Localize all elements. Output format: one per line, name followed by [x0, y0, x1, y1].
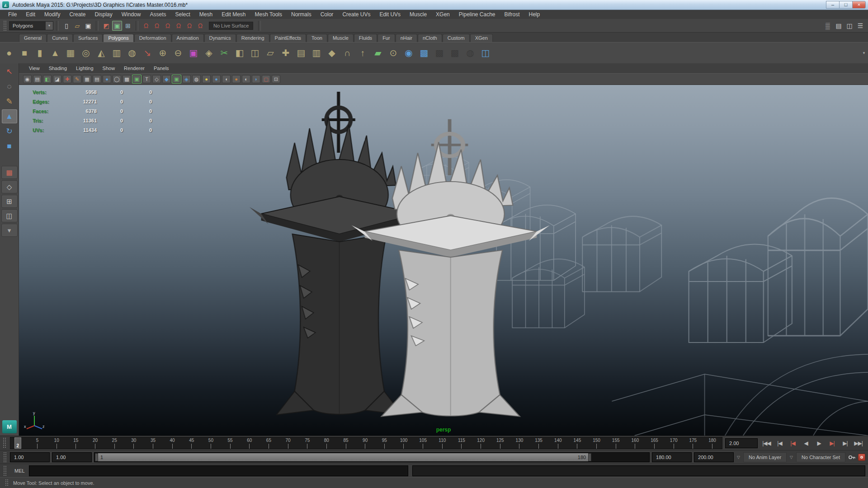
menu-item[interactable]: Modify — [40, 11, 65, 18]
uv-snapshot-icon[interactable]: ◫ — [478, 45, 493, 61]
menu-item[interactable]: Edit — [21, 11, 40, 18]
statusline-grip[interactable] — [3, 20, 7, 31]
insert-edge-loop-icon[interactable]: ▤ — [294, 45, 308, 61]
shelf-tab[interactable]: PaintEffects — [270, 34, 307, 42]
shelf-menu-icon[interactable]: ▾ — [860, 51, 868, 55]
character-set-dropdown-icon[interactable]: ▽ — [789, 455, 794, 460]
panel-menu-item[interactable]: Lighting — [71, 66, 98, 71]
gate-mask-icon[interactable]: ◯ — [113, 75, 121, 83]
shelf-tab[interactable]: Deformation — [134, 34, 171, 42]
set-key-icon[interactable] — [848, 453, 856, 461]
split-mesh-icon[interactable]: ◧ — [232, 45, 247, 61]
panel-menu-item[interactable]: Renderer — [119, 66, 149, 71]
command-language-label[interactable]: MEL — [14, 468, 25, 474]
range-start-handle[interactable] — [95, 453, 98, 461]
target-weld-icon[interactable]: ⊙ — [386, 45, 401, 61]
snap-to-projected-center-icon[interactable]: Ω — [174, 21, 184, 31]
playback-start-field[interactable]: 1.00 — [52, 452, 92, 462]
mel-command-input[interactable] — [29, 465, 409, 476]
menu-item[interactable]: Bifrost — [500, 11, 524, 18]
panel-menu-item[interactable]: Panels — [149, 66, 174, 71]
uv-checker-icon[interactable]: ▩ — [432, 45, 447, 61]
bookmarks-icon[interactable]: ◧ — [43, 75, 52, 83]
menu-item[interactable]: Pipeline Cache — [454, 11, 500, 18]
grease-pencil-icon[interactable]: ✎ — [73, 75, 81, 83]
menu-item[interactable]: Window — [117, 11, 146, 18]
menu-item[interactable]: Help — [524, 11, 545, 18]
resolution-gate-icon[interactable]: ● — [103, 75, 111, 83]
live-surface-field[interactable]: No Live Surface — [209, 22, 253, 30]
minimize-button[interactable]: – — [826, 1, 840, 9]
four-pane-layout-button[interactable]: ⊞ — [1, 195, 18, 208]
poly-cylinder-icon[interactable]: ▮ — [33, 45, 47, 61]
character-set-selector[interactable]: No Character Set — [796, 452, 845, 462]
close-button[interactable]: × — [852, 1, 866, 9]
chevron-down-icon[interactable]: ▼ — [46, 22, 53, 30]
toolbox-collapse-button[interactable]: ▾ — [1, 224, 18, 237]
open-scene-icon[interactable]: ▱ — [72, 21, 82, 31]
help-line-grip[interactable] — [5, 479, 9, 487]
poly-pipe-icon[interactable]: ▥ — [109, 45, 124, 61]
poly-pyramid-icon[interactable]: ◭ — [94, 45, 108, 61]
menu-item[interactable]: XGen — [431, 11, 454, 18]
menu-item[interactable]: Edit Mesh — [217, 11, 250, 18]
viewport-3d-scene[interactable] — [19, 85, 868, 436]
shelf-tab[interactable]: Toon — [307, 34, 327, 42]
menu-item[interactable]: Assets — [145, 11, 170, 18]
shelf-tab[interactable]: Dynamics — [204, 34, 236, 42]
uv-checker-icon[interactable]: ▩ — [448, 45, 462, 61]
poly-cube-icon[interactable]: ■ — [17, 45, 32, 61]
safe-action-icon[interactable]: ▣ — [132, 75, 141, 83]
soft-select-icon[interactable]: ◍ — [125, 45, 139, 61]
anim-layer-dropdown-icon[interactable]: ▽ — [736, 455, 741, 460]
range-slider-bar[interactable]: 1 180 — [95, 453, 591, 461]
isolate-select-icon[interactable]: ▢ — [262, 75, 270, 83]
range-grip[interactable] — [3, 452, 7, 462]
go-to-end-button[interactable]: ▶▶| — [852, 438, 864, 449]
shelf-tab[interactable]: Rendering — [236, 34, 269, 42]
lighting-default-icon[interactable]: ● — [212, 75, 221, 83]
shelf-tab[interactable]: Fur — [377, 34, 395, 42]
group-separator[interactable] — [136, 21, 138, 31]
auto-keyframe-toggle[interactable] — [858, 454, 865, 461]
title-bar[interactable]: ◭ Autodesk Maya 2015: G:\Projects\3D Gra… — [0, 0, 868, 10]
shelf-tab[interactable]: nCloth — [418, 34, 442, 42]
boolean-icon[interactable]: ▣ — [186, 45, 201, 61]
anim-layer-selector[interactable]: No Anim Layer — [743, 452, 787, 462]
smooth-icon[interactable]: ◈ — [202, 45, 216, 61]
shaded-icon[interactable]: ◆ — [162, 75, 171, 83]
shelf-tab[interactable]: Polygons — [103, 34, 133, 42]
menu-item[interactable]: Mesh Tools — [250, 11, 287, 18]
playback-end-field[interactable]: 180.00 — [652, 452, 692, 462]
mirror-geometry-icon[interactable]: ◫ — [248, 45, 262, 61]
extract-icon[interactable]: ✂ — [217, 45, 231, 61]
play-backwards-button[interactable]: ◀ — [800, 438, 812, 449]
shelf-tab[interactable]: Muscle — [328, 34, 354, 42]
command-line-grip[interactable] — [3, 465, 7, 476]
poly-sphere-icon[interactable]: ● — [2, 45, 16, 61]
shelf-tab[interactable]: XGen — [470, 34, 493, 42]
menu-item[interactable]: Create — [65, 11, 90, 18]
group-separator[interactable] — [258, 21, 261, 31]
step-forward-frame-button[interactable]: ▶| — [839, 438, 851, 449]
transfer-attributes-icon[interactable]: ◉ — [401, 45, 416, 61]
menu-item[interactable]: Muscle — [405, 11, 431, 18]
panel-menu-item[interactable]: Shading — [44, 66, 71, 71]
snap-to-view-plane-icon[interactable]: Ω — [184, 21, 194, 31]
depth-of-field-icon[interactable]: ◗ — [252, 75, 260, 83]
save-scene-icon[interactable]: ▣ — [83, 21, 93, 31]
render-settings-icon[interactable]: ☰ — [855, 21, 865, 31]
paint-select-tool[interactable]: ✎ — [2, 94, 17, 108]
screen-space-ao-icon[interactable]: ● — [232, 75, 241, 83]
lighting-all-icon[interactable]: ● — [202, 75, 211, 83]
image-plane-icon[interactable]: ◪ — [53, 75, 61, 83]
step-forward-key-button[interactable]: ▶| — [826, 438, 838, 449]
offset-edge-loop-icon[interactable]: ▥ — [309, 45, 324, 61]
extrude-icon[interactable]: ↑ — [355, 45, 370, 61]
group-separator[interactable] — [56, 21, 59, 31]
maya-logo-button[interactable]: M — [2, 420, 17, 433]
render-current-frame-icon[interactable]: ▤ — [834, 21, 844, 31]
lasso-tool[interactable]: ◌ — [2, 80, 17, 94]
bevel-icon[interactable]: ◆ — [325, 45, 339, 61]
panel-menu-item[interactable]: View — [24, 66, 44, 71]
